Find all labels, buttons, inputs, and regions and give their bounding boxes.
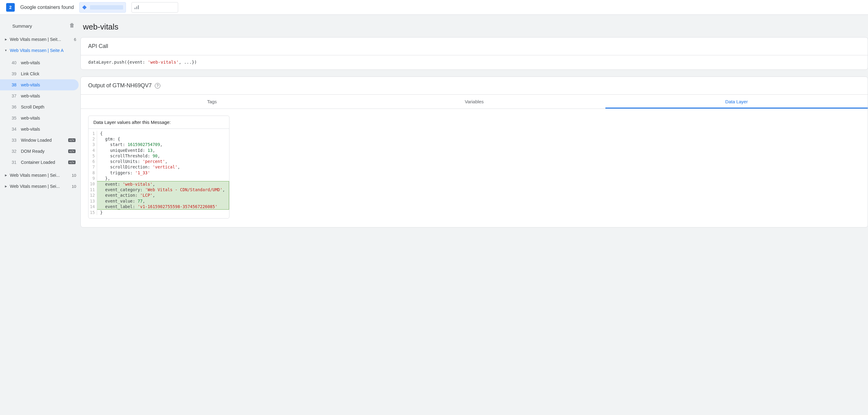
sidebar-group-label: Web Vitals messen | Sei... (10, 173, 69, 178)
main-panel: web-vitals API Call dataLayer.push({even… (81, 15, 868, 415)
line-number: 15 (89, 210, 97, 215)
gtm-diamond-icon (82, 4, 88, 10)
line-number: 4 (89, 148, 97, 153)
event-name: Window Loaded (21, 138, 65, 143)
event-name: Scroll Depth (21, 105, 75, 110)
code-line: event: 'web-vitals', (97, 181, 229, 187)
sidebar-event[interactable]: 31Container Loaded</> (0, 157, 81, 168)
event-number: 33 (12, 138, 18, 143)
code-line: { (97, 131, 229, 136)
line-number: 11 (89, 187, 97, 192)
line-number: 3 (89, 142, 97, 147)
svg-rect-1 (134, 8, 135, 9)
data-layer-box-title: Data Layer values after this Message: (89, 116, 229, 129)
code-chip-icon: </> (68, 149, 75, 153)
event-name: web-vitals (21, 60, 75, 65)
code-line: scrollThreshold: 90, (97, 153, 229, 159)
sidebar-event[interactable]: 40web-vitals (0, 57, 81, 68)
containers-found-text: Google containers found (20, 5, 74, 10)
event-number: 35 (12, 116, 18, 120)
api-call-code: dataLayer.push({event: 'web-vitals', ...… (88, 60, 860, 64)
container-count-badge: 2 (6, 3, 15, 12)
api-call-title: API Call (81, 37, 868, 55)
container-chip-analytics[interactable] (131, 2, 178, 12)
sidebar-event[interactable]: 36Scroll Depth (0, 101, 81, 113)
event-name: web-vitals (21, 127, 75, 131)
sidebar-group-label: Web Vitals messen | Sei... (10, 184, 69, 189)
code-line: event_label: 'v1-1615902755598-357456722… (97, 204, 229, 210)
code-line: start: 1615902754709, (97, 142, 229, 147)
sidebar-event[interactable]: 38web-vitals (0, 79, 79, 90)
event-number: 40 (12, 60, 18, 65)
line-number: 6 (89, 159, 97, 164)
code-line: event_value: 77, (97, 198, 229, 204)
summary-row[interactable]: Summary (0, 18, 81, 34)
event-name: Container Loaded (21, 160, 65, 165)
container-chip-gtm-body (90, 5, 123, 9)
analytics-bars-icon (134, 4, 140, 10)
sidebar-event[interactable]: 37web-vitals (0, 90, 81, 101)
sidebar-group-label: Web Vitals messen | Seite A (10, 48, 74, 53)
event-number: 39 (12, 71, 18, 76)
event-number: 31 (12, 160, 18, 165)
event-name: web-vitals (21, 82, 74, 87)
event-name: web-vitals (21, 116, 75, 120)
svg-rect-3 (138, 5, 139, 9)
output-card: Output of GTM-NH69QV7 ? TagsVariablesDat… (81, 77, 868, 228)
svg-rect-2 (136, 6, 137, 9)
code-line: event_category: 'Web Vitals - CDN/Standa… (97, 187, 229, 192)
event-number: 37 (12, 93, 18, 98)
top-bar: 2 Google containers found (0, 0, 868, 15)
code-chip-icon: </> (68, 138, 75, 142)
line-number: 8 (89, 170, 97, 176)
code-chip-icon: </> (68, 160, 75, 164)
line-number: 12 (89, 192, 97, 198)
clear-icon[interactable] (69, 23, 75, 29)
code-line: event_action: 'LCP', (97, 192, 229, 198)
sidebar-event[interactable]: 32DOM Ready</> (0, 146, 81, 157)
sidebar-group[interactable]: ▶Web Vitals messen | Seit...6 (0, 34, 81, 45)
sidebar: Summary ▶Web Vitals messen | Seit...6▼We… (0, 15, 81, 415)
tab-data-layer[interactable]: Data Layer (606, 95, 868, 109)
page-title: web-vitals (82, 22, 868, 37)
sidebar-event[interactable]: 35web-vitals (0, 113, 81, 124)
event-number: 32 (12, 149, 18, 154)
event-name: DOM Ready (21, 149, 65, 154)
line-number: 2 (89, 136, 97, 142)
tab-tags[interactable]: Tags (81, 95, 343, 109)
sidebar-event[interactable]: 34web-vitals (0, 124, 81, 135)
api-call-card: API Call dataLayer.push({event: 'web-vit… (81, 37, 868, 70)
sidebar-group-count: 10 (72, 184, 76, 189)
output-tabs: TagsVariablesData Layer (81, 95, 868, 109)
output-card-title: Output of GTM-NH69QV7 ? (81, 77, 868, 95)
container-chip-analytics-body (142, 5, 175, 9)
event-number: 36 (12, 105, 18, 110)
sidebar-group[interactable]: ▶Web Vitals messen | Sei...10 (0, 181, 81, 192)
tab-variables[interactable]: Variables (343, 95, 606, 109)
container-chip-gtm[interactable] (79, 2, 126, 12)
summary-label: Summary (12, 23, 32, 29)
line-number: 5 (89, 153, 97, 159)
line-number: 14 (89, 204, 97, 210)
data-layer-box: Data Layer values after this Message: 1{… (88, 116, 229, 218)
sidebar-group[interactable]: ▶Web Vitals messen | Sei...10 (0, 170, 81, 181)
event-name: web-vitals (21, 93, 75, 98)
svg-rect-0 (82, 5, 87, 9)
event-number: 38 (12, 82, 18, 87)
line-number: 7 (89, 164, 97, 170)
line-number: 9 (89, 176, 97, 181)
help-icon[interactable]: ? (155, 83, 160, 89)
sidebar-event[interactable]: 39Link Click (0, 68, 81, 79)
sidebar-group[interactable]: ▼Web Vitals messen | Seite A (0, 45, 81, 56)
sidebar-event[interactable]: 33Window Loaded</> (0, 135, 81, 146)
line-number: 13 (89, 198, 97, 204)
code-line: scrollUnits: 'percent', (97, 159, 229, 164)
code-line: }, (97, 176, 229, 181)
caret-down-icon: ▼ (4, 49, 7, 52)
data-layer-code: 1{2 gtm: {3 start: 1615902754709,4 uniqu… (89, 129, 229, 218)
event-name: Link Click (21, 71, 75, 76)
line-number: 1 (89, 131, 97, 136)
code-line: } (97, 210, 229, 215)
line-number: 10 (89, 181, 97, 187)
sidebar-group-count: 10 (72, 173, 76, 178)
